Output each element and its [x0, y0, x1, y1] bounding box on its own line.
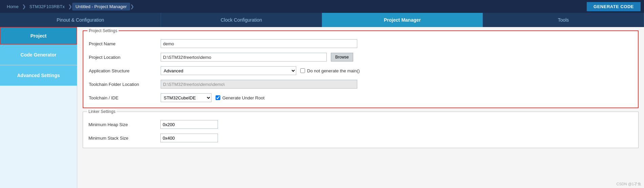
toolchain-folder-input — [161, 80, 357, 89]
tab-clock[interactable]: Clock Configuration — [161, 13, 322, 27]
toolchain-ide-select[interactable]: STM32CubeIDE Makefile EWARM MDK-ARM — [161, 93, 212, 102]
breadcrumb-home[interactable]: Home — [3, 3, 22, 10]
min-heap-input[interactable] — [160, 120, 218, 129]
breadcrumb-sep-3: ❯ — [130, 4, 134, 9]
tab-project-manager[interactable]: Project Manager — [322, 13, 483, 27]
app-structure-label: Application Structure — [89, 68, 157, 73]
project-settings-section: Project Settings Project Name Project Lo… — [83, 30, 639, 108]
generate-under-root-checkbox[interactable] — [216, 95, 220, 100]
min-stack-label: Minimum Stack Size — [88, 136, 156, 141]
sidebar-item-project[interactable]: Project — [0, 27, 77, 45]
linker-settings-section: Linker Settings Minimum Heap Size Minimu… — [83, 112, 639, 148]
project-location-row: Project Location Browse — [89, 53, 632, 62]
content-area: Project Settings Project Name Project Lo… — [77, 27, 644, 188]
generate-under-root-row: Generate Under Root — [216, 95, 264, 100]
project-name-input[interactable] — [161, 39, 357, 48]
tab-pinout[interactable]: Pinout & Configuration — [0, 13, 161, 27]
sidebar-item-advanced-settings[interactable]: Advanced Settings — [0, 65, 77, 86]
breadcrumb-chip[interactable]: STM32F103RBTx — [26, 3, 68, 10]
tab-bar: Pinout & Configuration Clock Configurati… — [0, 13, 644, 27]
sidebar: Project Code Generator Advanced Settings — [0, 27, 77, 188]
main-layout: Project Code Generator Advanced Settings… — [0, 27, 644, 188]
linker-settings-title: Linker Settings — [87, 109, 117, 114]
min-heap-label: Minimum Heap Size — [88, 122, 156, 127]
breadcrumb-sep-2: ❯ — [68, 4, 72, 9]
tab-tools[interactable]: Tools — [483, 13, 644, 27]
project-name-row: Project Name — [89, 39, 632, 48]
toolchain-ide-row: Toolchain / IDE STM32CubeIDE Makefile EW… — [89, 93, 632, 102]
toolchain-folder-label: Toolchain Folder Location — [89, 82, 157, 87]
app-structure-row: Application Structure Advanced Basic Do … — [89, 66, 632, 75]
breadcrumb-sep-1: ❯ — [22, 4, 26, 9]
breadcrumb-bar: Home ❯ STM32F103RBTx ❯ Untitled - Projec… — [0, 0, 644, 13]
breadcrumb-project[interactable]: Untitled - Project Manager — [72, 3, 130, 10]
toolchain-ide-label: Toolchain / IDE — [89, 95, 157, 100]
no-main-checkbox[interactable] — [300, 68, 305, 73]
sidebar-item-code-generator[interactable]: Code Generator — [0, 45, 77, 65]
generate-code-button[interactable]: GENERATE CODE — [587, 2, 641, 11]
min-heap-row: Minimum Heap Size — [88, 120, 633, 129]
watermark: CSDN @1孑鱼 — [616, 182, 641, 187]
min-stack-row: Minimum Stack Size — [88, 134, 633, 142]
min-stack-input[interactable] — [160, 134, 218, 142]
no-main-checkbox-row: Do not generate the main() — [300, 68, 360, 73]
no-main-label: Do not generate the main() — [307, 68, 360, 73]
project-name-label: Project Name — [89, 41, 157, 46]
project-location-label: Project Location — [89, 55, 157, 60]
project-location-input[interactable] — [161, 53, 327, 62]
app-structure-select[interactable]: Advanced Basic — [161, 66, 296, 75]
generate-under-root-label: Generate Under Root — [222, 95, 264, 100]
toolchain-folder-row: Toolchain Folder Location — [89, 80, 632, 89]
browse-button[interactable]: Browse — [331, 53, 353, 62]
project-settings-title: Project Settings — [87, 28, 119, 33]
